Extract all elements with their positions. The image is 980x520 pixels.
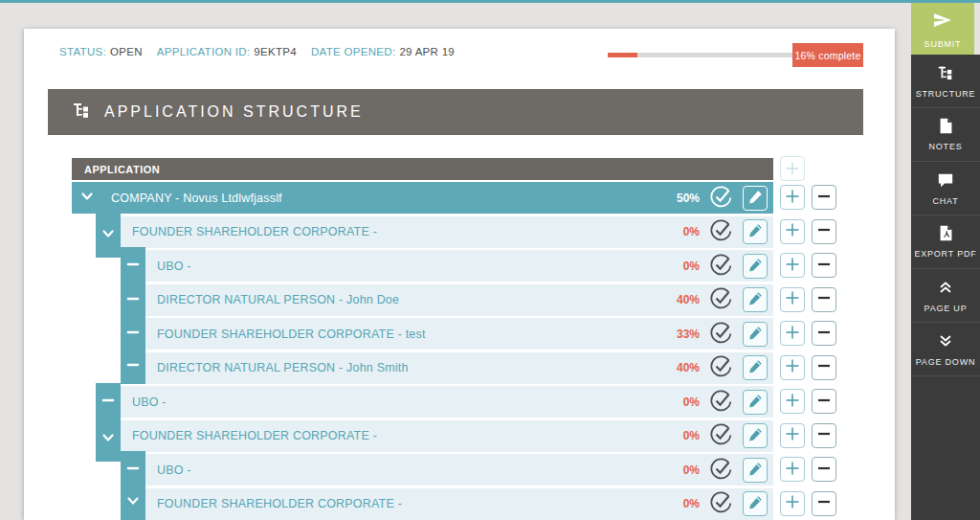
status-check-button[interactable] [708, 355, 734, 381]
tree-expander[interactable] [75, 182, 100, 214]
tree-row: UBO - 0% [72, 386, 837, 418]
add-child-button[interactable] [780, 389, 805, 414]
status-check-button[interactable] [708, 389, 734, 415]
check-circle-icon [708, 353, 734, 382]
application-id-label: APPLICATION ID: [157, 46, 251, 57]
tree-row-body[interactable]: FOUNDER SHAREHOLDER CORPORATE - 0% [145, 488, 773, 520]
edit-button[interactable] [743, 186, 768, 211]
sidebar-button-page-down[interactable]: PAGE DOWN [911, 323, 980, 376]
tree-row: FOUNDER SHAREHOLDER CORPORATE - test 33% [72, 318, 837, 350]
remove-button[interactable] [812, 423, 836, 448]
plus-icon [780, 184, 805, 212]
status-check-button[interactable] [708, 491, 734, 517]
remove-button[interactable] [812, 321, 836, 346]
row-actions: 0% [667, 457, 773, 483]
tree-row-body[interactable]: FOUNDER SHAREHOLDER CORPORATE - 0% [121, 420, 773, 452]
minus-icon [812, 184, 836, 212]
edit-button[interactable] [743, 322, 768, 347]
tree-row-body[interactable]: UBO - 0% [145, 250, 773, 282]
check-circle-icon [708, 489, 734, 518]
add-child-button[interactable] [780, 457, 805, 482]
tree-table: APPLICATION COMPANY - Novus Ltdlwfjasslf… [72, 158, 837, 520]
completion-percent: 0% [667, 497, 700, 510]
remove-button[interactable] [812, 457, 836, 482]
status-check-button[interactable] [708, 287, 734, 313]
add-child-button[interactable] [780, 185, 805, 210]
application-id-value: 9EKTP4 [254, 46, 297, 57]
pdf-icon [938, 225, 954, 244]
completion-percent: 50% [667, 192, 700, 205]
pencil-icon [747, 325, 764, 344]
pencil-icon [747, 358, 764, 377]
status-check-button[interactable] [708, 457, 734, 483]
remove-button[interactable] [812, 355, 836, 380]
status-check-button[interactable] [708, 321, 734, 347]
tree-expander[interactable] [96, 383, 121, 420]
sidebar-button-submit[interactable]: SUBMIT [911, 3, 974, 55]
tree-row-body[interactable]: UBO - 0% [145, 454, 773, 486]
tree-row-body[interactable]: DIRECTOR NATURAL PERSON - John Doe 40% [145, 284, 773, 316]
add-child-button[interactable] [780, 253, 805, 278]
tree-expander[interactable] [121, 451, 145, 488]
add-child-button[interactable] [780, 491, 805, 516]
status-check-button[interactable] [708, 253, 734, 279]
plus-icon [780, 285, 805, 313]
remove-button[interactable] [812, 389, 836, 414]
tree-expander[interactable] [121, 282, 145, 319]
send-icon [931, 9, 954, 34]
row-actions: 0% [667, 491, 773, 517]
tree-expander[interactable] [121, 350, 145, 384]
edit-button[interactable] [743, 355, 768, 380]
minus-icon [812, 320, 836, 348]
remove-button[interactable] [812, 287, 836, 312]
tree-row-body[interactable]: FOUNDER SHAREHOLDER CORPORATE - test 33% [145, 318, 773, 350]
section-title: APPLICATION STRUCTURE [104, 103, 364, 121]
pencil-icon [747, 257, 764, 276]
completion-percent: 0% [667, 260, 700, 273]
tree-row-body[interactable]: DIRECTOR NATURAL PERSON - John Smith 40% [145, 352, 773, 384]
sidebar-button-notes[interactable]: NOTES [911, 108, 980, 162]
edit-button[interactable] [743, 287, 768, 312]
sidebar-button-structure[interactable]: STRUCTURE [911, 55, 980, 108]
add-child-button[interactable] [780, 287, 805, 312]
row-actions: 33% [667, 321, 773, 347]
edit-button[interactable] [743, 491, 768, 516]
status-check-button[interactable] [708, 219, 734, 245]
row-actions: 40% [667, 355, 773, 381]
row-actions: 0% [667, 253, 773, 279]
status-bar: STATUS:OPEN APPLICATION ID:9EKTP4 DATE O… [59, 46, 455, 57]
tree-expander[interactable] [121, 315, 145, 352]
tree-row-body[interactable]: UBO - 0% [121, 386, 773, 418]
minus-icon [812, 456, 836, 484]
status-check-button[interactable] [708, 185, 734, 211]
top-accent-line [0, 0, 980, 3]
add-child-button[interactable] [780, 355, 805, 380]
remove-button[interactable] [812, 219, 836, 244]
minus-icon [812, 353, 836, 381]
minus-icon [124, 324, 142, 344]
edit-button[interactable] [743, 423, 768, 448]
edit-button[interactable] [743, 219, 768, 244]
sidebar-button-export-pdf[interactable]: EXPORT PDF [911, 215, 980, 269]
remove-button[interactable] [812, 185, 836, 210]
sidebar-button-chat[interactable]: CHAT [911, 162, 980, 215]
status-check-button[interactable] [708, 423, 734, 449]
add-root-button[interactable] [780, 156, 805, 181]
edit-button[interactable] [743, 254, 768, 279]
pencil-icon [747, 189, 764, 208]
tree-expander[interactable] [121, 486, 145, 520]
tree-row-body[interactable]: FOUNDER SHAREHOLDER CORPORATE - 0% [121, 216, 773, 248]
remove-button[interactable] [812, 491, 836, 516]
minus-icon [124, 290, 142, 310]
add-child-button[interactable] [780, 219, 805, 244]
edit-button[interactable] [743, 390, 768, 415]
tree-expander[interactable] [121, 247, 145, 284]
edit-button[interactable] [743, 458, 768, 483]
check-circle-icon [708, 184, 734, 213]
add-child-button[interactable] [780, 423, 805, 448]
remove-button[interactable] [812, 253, 836, 278]
progress-bar [608, 53, 792, 57]
add-child-button[interactable] [780, 321, 805, 346]
sidebar-button-page-up[interactable]: PAGE UP [911, 269, 980, 323]
tree-row-body[interactable]: COMPANY - Novus Ltdlwfjasslf 50% [72, 182, 773, 214]
